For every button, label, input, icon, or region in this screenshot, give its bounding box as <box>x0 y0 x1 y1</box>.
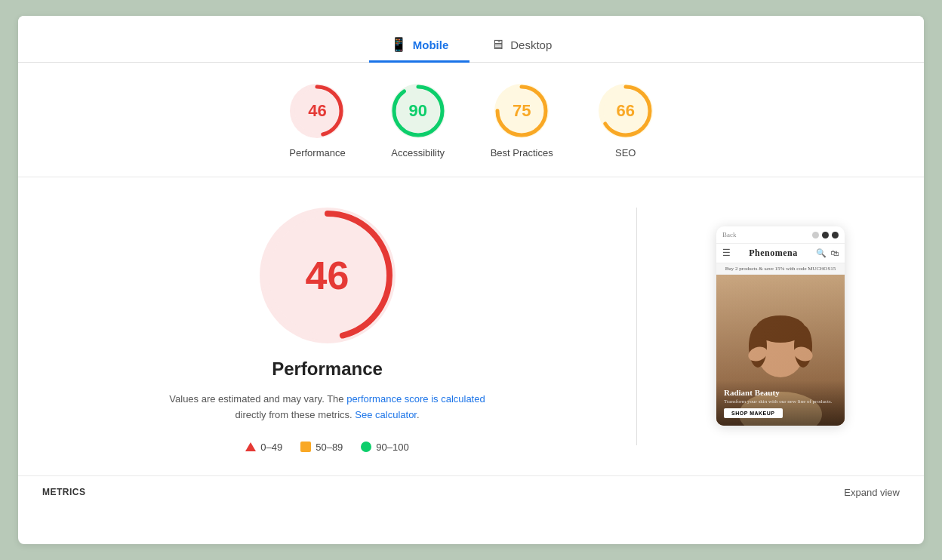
legend-item-high: 90–100 <box>361 442 408 453</box>
mockup-brand: Phenomena <box>749 248 798 259</box>
legend-range-high: 90–100 <box>376 442 408 453</box>
legend-square-icon <box>300 442 311 452</box>
legend-circle-icon <box>361 442 371 452</box>
score-value-seo: 66 <box>617 101 635 121</box>
legend-range-low: 0–49 <box>260 442 282 453</box>
mockup-bag-icon: 🛍 <box>830 248 839 258</box>
tab-mobile-label: Mobile <box>413 38 449 51</box>
desc-static: Values are estimated and may vary. The <box>169 393 346 405</box>
tabs-bar: 📱 Mobile 🖥 Desktop <box>18 16 924 63</box>
mockup-dot-1 <box>812 232 819 238</box>
main-card: 📱 Mobile 🖥 Desktop 46 Performance <box>18 16 924 544</box>
score-value-best-practices: 75 <box>513 101 531 121</box>
score-item-performance[interactable]: 46 Performance <box>289 84 345 158</box>
mobile-mockup: Back ☰ Phenomena 🔍 🛍 Buy 2 products <box>716 226 845 426</box>
score-circle-accessibility: 90 <box>391 84 445 138</box>
mockup-headline: Radiant Beauty <box>724 388 837 397</box>
metrics-label: METRICS <box>42 487 86 497</box>
mockup-search-icon: 🔍 <box>816 248 827 258</box>
big-title: Performance <box>272 358 383 380</box>
main-content: 46 Performance Values are estimated and … <box>18 177 924 475</box>
score-label-accessibility: Accessibility <box>391 147 445 158</box>
mockup-dot-2 <box>822 232 829 238</box>
score-item-best-practices[interactable]: 75 Best Practices <box>491 84 553 158</box>
left-panel: 46 Performance Values are estimated and … <box>18 177 636 475</box>
mockup-back-label: Back <box>722 231 737 238</box>
bottom-bar: METRICS Expand view <box>18 475 924 509</box>
score-circle-best-practices: 75 <box>494 84 549 138</box>
mobile-icon: 📱 <box>390 36 407 53</box>
expand-view-link[interactable]: Expand view <box>844 487 900 498</box>
mockup-overlay: Radiant Beauty Transform your skin with … <box>716 380 845 426</box>
description-text: Values are estimated and may vary. The p… <box>154 392 501 423</box>
legend-triangle-icon <box>245 442 256 451</box>
desc-end: . <box>417 409 420 420</box>
mockup-hamburger-icon: ☰ <box>722 248 731 259</box>
tab-mobile[interactable]: 📱 Mobile <box>369 29 470 63</box>
score-item-accessibility[interactable]: 90 Accessibility <box>391 84 445 158</box>
score-label-seo: SEO <box>615 147 636 158</box>
legend-item-low: 0–49 <box>245 442 282 453</box>
desc-link2[interactable]: See calculator <box>355 409 417 420</box>
desc-link1[interactable]: performance score is calculated <box>346 393 485 405</box>
legend-range-mid: 50–89 <box>316 442 343 453</box>
mockup-banner: Buy 2 products & save 15% with code MUCH… <box>716 263 845 275</box>
desktop-icon: 🖥 <box>491 37 504 53</box>
score-label-best-practices: Best Practices <box>491 147 553 158</box>
tab-desktop-label: Desktop <box>510 38 552 51</box>
big-score-wrap: 46 <box>260 208 396 343</box>
mockup-subtext: Transform your skin with our new line of… <box>724 398 837 405</box>
score-item-seo[interactable]: 66 SEO <box>599 84 653 158</box>
score-label-performance: Performance <box>289 147 345 158</box>
legend: 0–49 50–89 90–100 <box>245 442 408 453</box>
mockup-hero-image: Radiant Beauty Transform your skin with … <box>716 275 845 426</box>
tab-desktop[interactable]: 🖥 Desktop <box>469 29 573 63</box>
mockup-dot-3 <box>832 232 839 238</box>
score-circle-seo: 66 <box>599 84 653 138</box>
score-value-accessibility: 90 <box>408 101 426 121</box>
big-score-arc <box>260 208 396 343</box>
desc-mid: directly from these metrics. <box>235 409 355 420</box>
legend-item-mid: 50–89 <box>300 442 343 453</box>
mockup-cta-button[interactable]: SHOP MAKEUP <box>724 408 783 418</box>
score-row: 46 Performance 90 Accessibility <box>18 63 924 177</box>
right-panel: Back ☰ Phenomena 🔍 🛍 Buy 2 products <box>637 177 924 475</box>
mockup-nav-icons: 🔍 🛍 <box>816 248 839 258</box>
score-circle-performance: 46 <box>290 84 344 138</box>
mockup-top-bar: Back <box>716 226 845 244</box>
score-value-performance: 46 <box>308 101 326 121</box>
mockup-nav: ☰ Phenomena 🔍 🛍 <box>716 244 845 263</box>
